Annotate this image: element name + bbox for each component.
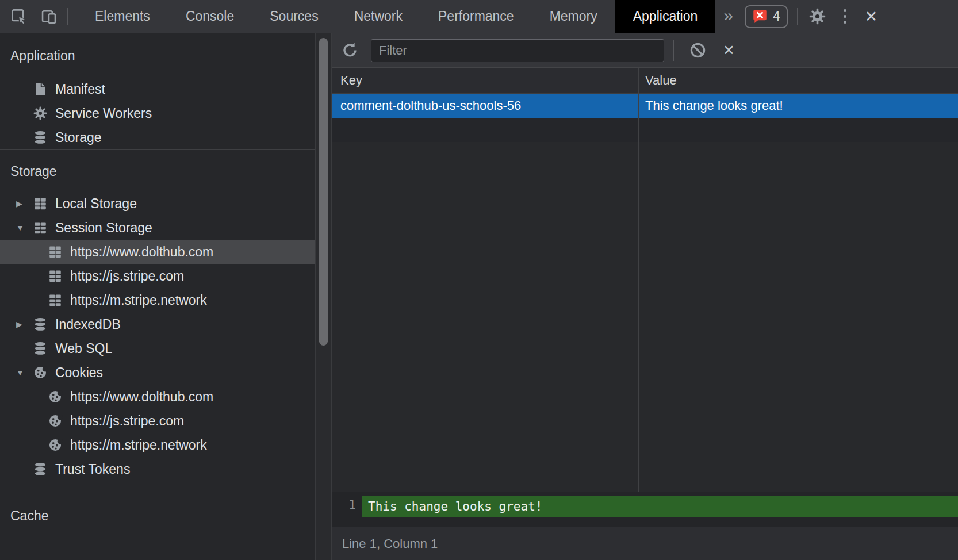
toolbar-separator [797, 8, 798, 25]
sidebar-item-cookies-js-stripe[interactable]: https://js.stripe.com [0, 409, 315, 433]
table-icon [48, 244, 63, 259]
database-icon [33, 317, 48, 332]
sidebar-item-label: https://www.dolthub.com [70, 389, 213, 405]
value-preview-pane: 1 This change looks great! [332, 492, 958, 527]
sidebar-item-cookies[interactable]: ▼ Cookies [0, 360, 315, 385]
preview-editor[interactable]: This change looks great! [362, 492, 958, 527]
tab-network[interactable]: Network [336, 0, 420, 33]
more-tabs-icon[interactable]: » [723, 7, 733, 26]
application-sidebar: Application Manifest Service Workers Sto… [0, 33, 316, 560]
expanded-arrow-icon[interactable]: ▼ [16, 368, 33, 377]
sidebar-item-cookies-dolthub[interactable]: https://www.dolthub.com [0, 385, 315, 409]
refresh-icon[interactable] [341, 41, 359, 59]
expanded-arrow-icon[interactable]: ▼ [16, 223, 33, 232]
sidebar-scrollbar-track[interactable] [316, 33, 332, 560]
cursor-position-label: Line 1, Column 1 [342, 536, 438, 551]
sidebar-item-label: Web SQL [55, 341, 112, 356]
table-icon [48, 293, 63, 308]
sidebar-scrollbar-thumb[interactable] [319, 38, 328, 346]
database-icon [33, 130, 48, 145]
database-icon [33, 341, 48, 356]
sidebar-item-label: IndexedDB [55, 317, 121, 332]
column-resize-divider[interactable] [638, 68, 639, 492]
settings-gear-icon[interactable] [808, 7, 826, 25]
preview-highlighted-line[interactable]: This change looks great! [362, 496, 958, 517]
sidebar-item-session-storage[interactable]: ▼ Session Storage [0, 216, 315, 240]
device-toolbar-icon[interactable] [40, 8, 58, 25]
line-number: 1 [348, 498, 356, 527]
section-title-cache: Cache [0, 493, 315, 535]
section-application: Application Manifest Service Workers Sto… [0, 33, 315, 149]
error-count: 4 [773, 9, 780, 24]
filter-input[interactable] [371, 39, 664, 62]
section-storage: Storage ▶ Local Storage ▼ Session Storag… [0, 149, 315, 481]
error-count-badge[interactable]: 4 [745, 5, 788, 28]
preview-status-bar: Line 1, Column 1 [332, 527, 958, 560]
storage-items-toolbar: ✕ [332, 33, 958, 68]
sidebar-item-cookies-m-stripe[interactable]: https://m.stripe.network [0, 433, 315, 457]
cookie-icon [48, 389, 63, 404]
toolbar-separator [67, 8, 68, 25]
kebab-menu-icon[interactable] [844, 9, 846, 24]
tab-memory[interactable]: Memory [532, 0, 615, 33]
sidebar-item-session-storage-m-stripe[interactable]: https://m.stripe.network [0, 288, 315, 312]
sidebar-item-local-storage[interactable]: ▶ Local Storage [0, 191, 315, 216]
row-value-cell[interactable]: This change looks great! [639, 98, 958, 113]
tab-application[interactable]: Application [615, 0, 716, 33]
sidebar-item-service-workers[interactable]: Service Workers [0, 101, 315, 125]
sidebar-item-label: Cookies [55, 365, 103, 381]
clear-all-icon[interactable] [689, 41, 707, 59]
sidebar-item-indexeddb[interactable]: ▶ IndexedDB [0, 312, 315, 336]
gear-icon [33, 106, 48, 121]
sidebar-item-label: Storage [55, 130, 102, 145]
tab-elements[interactable]: Elements [77, 0, 168, 33]
inspect-element-icon[interactable] [10, 8, 28, 25]
sidebar-item-web-sql[interactable]: Web SQL [0, 336, 315, 360]
table-empty-area [332, 142, 958, 492]
cookie-icon [33, 365, 48, 380]
table-icon [33, 220, 48, 235]
session-storage-panel: ✕ Key Value comment-dolthub-us-schools-5… [332, 33, 958, 560]
tab-performance[interactable]: Performance [420, 0, 532, 33]
devtools-toolbar: Elements Console Sources Network Perform… [0, 0, 958, 33]
column-header-value[interactable]: Value [639, 73, 958, 88]
line-number-gutter: 1 [332, 492, 362, 527]
sidebar-item-label: https://m.stripe.network [70, 293, 207, 308]
sidebar-item-label: Session Storage [55, 220, 152, 236]
sidebar-item-label: https://js.stripe.com [70, 413, 184, 429]
table-icon [48, 269, 63, 283]
database-icon [33, 462, 48, 477]
sidebar-item-session-storage-js-stripe[interactable]: https://js.stripe.com [0, 264, 315, 288]
tab-console[interactable]: Console [168, 0, 252, 33]
row-key-cell[interactable]: comment-dolthub-us-schools-56 [332, 98, 639, 113]
sidebar-item-label: https://www.dolthub.com [70, 244, 213, 260]
collapsed-arrow-icon[interactable]: ▶ [16, 320, 33, 329]
tab-sources[interactable]: Sources [252, 0, 336, 33]
table-row-empty[interactable] [332, 118, 958, 142]
section-title-application: Application [0, 33, 315, 77]
section-title-storage: Storage [0, 150, 315, 191]
column-header-key[interactable]: Key [332, 73, 639, 88]
sidebar-item-storage[interactable]: Storage [0, 125, 315, 149]
devtools-tabs: Elements Console Sources Network Perform… [77, 0, 715, 33]
sidebar-item-session-storage-dolthub[interactable]: https://www.dolthub.com [0, 240, 315, 264]
close-devtools-icon[interactable]: ✕ [865, 7, 878, 26]
toolbar-separator [673, 40, 674, 61]
error-bubble-icon [752, 9, 768, 24]
sidebar-item-label: https://m.stripe.network [70, 438, 207, 453]
table-row-selected[interactable]: comment-dolthub-us-schools-56 This chang… [332, 94, 958, 118]
sidebar-item-label: Local Storage [55, 196, 137, 212]
table-header: Key Value [332, 68, 958, 94]
delete-selected-icon[interactable]: ✕ [723, 42, 735, 59]
sidebar-item-label: Trust Tokens [55, 462, 130, 477]
sidebar-item-label: Service Workers [55, 106, 152, 121]
cookie-icon [48, 438, 63, 452]
table-icon [33, 196, 48, 211]
sidebar-item-trust-tokens[interactable]: Trust Tokens [0, 457, 315, 481]
document-icon [33, 82, 48, 97]
sidebar-item-manifest[interactable]: Manifest [0, 77, 315, 101]
collapsed-arrow-icon[interactable]: ▶ [16, 199, 33, 208]
sidebar-item-label: Manifest [55, 82, 105, 97]
sidebar-item-label: https://js.stripe.com [70, 269, 184, 284]
section-cache: Cache [0, 493, 315, 535]
